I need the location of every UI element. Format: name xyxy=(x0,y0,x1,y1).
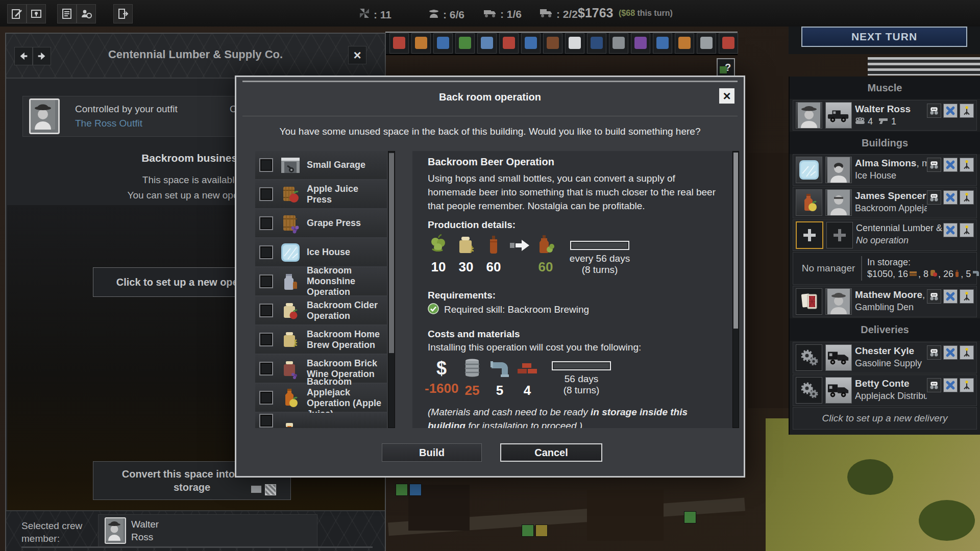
ledger-icon[interactable] xyxy=(57,4,77,23)
vehicle-assign-icon[interactable] xyxy=(943,190,958,205)
check-icon xyxy=(428,303,439,316)
checkbox[interactable] xyxy=(259,391,273,405)
operation-item-small-garage[interactable]: Small Garage xyxy=(255,151,387,179)
beer-icon xyxy=(532,234,559,258)
operations-scrollbar-thumb[interactable] xyxy=(389,153,394,353)
building-button[interactable] xyxy=(697,33,716,54)
operation-item-ice-house[interactable]: Ice House xyxy=(255,238,387,266)
building-button[interactable] xyxy=(587,33,606,54)
building-row-centennial[interactable]: Centennial Lumber & Supply No operation xyxy=(793,219,977,251)
operation-item-applejack[interactable]: Backroom Applejack Operation (Apple Juic… xyxy=(255,384,387,412)
cost-cash: $ -1600 xyxy=(425,357,458,396)
vehicle-assign-icon[interactable] xyxy=(943,223,958,237)
map-badge-pair[interactable] xyxy=(522,524,548,537)
building-button[interactable] xyxy=(653,33,672,54)
chat-icon[interactable] xyxy=(927,289,941,304)
selected-crew-slot[interactable]: Walter Ross xyxy=(98,514,317,547)
operation-item-partial[interactable] xyxy=(255,413,387,428)
operation-item-apple-juice-press[interactable]: Apple Juice Press xyxy=(255,180,387,208)
building-button[interactable] xyxy=(477,33,497,54)
vehicle-assign-icon[interactable] xyxy=(943,345,958,360)
map-badge-pair[interactable] xyxy=(396,484,422,496)
driver-name: Betty Conte xyxy=(855,378,927,389)
add-manager-icon[interactable] xyxy=(826,222,853,248)
vehicle-assign-icon[interactable] xyxy=(943,289,958,304)
locate-on-map-icon[interactable] xyxy=(960,158,974,172)
contacts-icon[interactable] xyxy=(77,4,96,23)
outfit-link[interactable]: The Ross Outfit xyxy=(75,118,178,129)
checkbox[interactable] xyxy=(259,187,273,201)
chat-icon[interactable] xyxy=(927,345,941,360)
storage-box-icon xyxy=(251,485,262,493)
vehicle-assign-icon[interactable] xyxy=(943,104,958,118)
cancel-button[interactable]: Cancel xyxy=(500,443,602,462)
checkbox[interactable] xyxy=(259,274,273,288)
checkbox[interactable] xyxy=(259,158,273,172)
apple-press-icon xyxy=(280,184,301,205)
chat-icon[interactable] xyxy=(927,378,941,392)
chat-icon[interactable] xyxy=(927,158,941,172)
operation-item-moonshine[interactable]: Backroom Moonshine Operation xyxy=(255,267,387,295)
notes-icon[interactable] xyxy=(7,4,27,23)
delivery-row-gasoline[interactable]: Chester Kyle Gasoline Supply xyxy=(793,342,977,373)
building-button[interactable] xyxy=(521,33,541,54)
operation-item-grape-press[interactable]: Grape Press xyxy=(255,209,387,237)
checkbox[interactable] xyxy=(259,414,273,428)
details-scrollbar-thumb[interactable] xyxy=(733,153,738,329)
checkbox[interactable] xyxy=(259,304,273,317)
building-row-ice-house[interactable]: Alma Simons, mngr. Ice House xyxy=(793,154,977,186)
close-icon[interactable]: × xyxy=(348,46,366,64)
locate-on-map-icon[interactable] xyxy=(960,104,974,118)
checkbox[interactable] xyxy=(259,362,273,375)
selected-crew-bar: Selected crew member: Walter Ross xyxy=(6,510,385,551)
delivery-row-applejack[interactable]: Betty Conte Applejack Distribution xyxy=(793,374,977,406)
building-button[interactable] xyxy=(499,33,519,54)
building-button[interactable] xyxy=(389,33,409,54)
chat-icon[interactable] xyxy=(927,190,941,205)
map-help-button[interactable]: ? xyxy=(717,58,735,77)
chat-icon[interactable] xyxy=(927,104,941,118)
locate-on-map-icon[interactable] xyxy=(960,345,974,360)
building-button[interactable] xyxy=(631,33,650,54)
building-button[interactable] xyxy=(565,33,584,54)
muscle-row-walter-ross[interactable]: Walter Ross 4 1 xyxy=(793,100,977,131)
checkbox[interactable] xyxy=(259,333,273,346)
pipe-icon xyxy=(972,269,979,280)
locate-on-map-icon[interactable] xyxy=(960,378,974,392)
materials-note: (Materials and cash need to be ready in … xyxy=(428,405,719,428)
building-button[interactable] xyxy=(609,33,628,54)
checkbox[interactable] xyxy=(259,245,273,259)
building-row-gambling-den[interactable]: Mathew Moore, mngr. Gambling Den xyxy=(793,286,977,317)
building-button[interactable] xyxy=(433,33,453,54)
operation-item-home-brew[interactable]: Backroom Home Brew Operation xyxy=(255,325,387,354)
map-badge-pair[interactable] xyxy=(684,511,696,523)
stat-trucks[interactable]: : 1/6 xyxy=(483,7,522,21)
close-icon[interactable]: × xyxy=(719,88,734,104)
next-turn-button[interactable]: NEXT TURN xyxy=(801,27,967,47)
stat-crew[interactable]: : 6/6 xyxy=(428,7,464,22)
building-button[interactable] xyxy=(719,33,738,54)
vehicle-assign-icon[interactable] xyxy=(943,378,958,392)
operation-item-cider[interactable]: Backroom Cider Operation xyxy=(255,296,387,324)
exit-door-icon[interactable] xyxy=(113,4,133,23)
building-button[interactable] xyxy=(675,33,694,54)
building-row-applejack[interactable]: James Spencer, mngr. Backroom Applejack … xyxy=(793,187,977,218)
new-delivery-button[interactable]: Click to set up a new delivery xyxy=(793,407,977,430)
help-glyph: ? xyxy=(725,62,731,73)
checkbox[interactable] xyxy=(259,216,273,230)
map-marker-icon[interactable] xyxy=(27,4,46,23)
vehicle-assign-icon[interactable] xyxy=(943,158,958,172)
stat-delivery-trucks[interactable]: : 2/2 xyxy=(539,7,578,21)
locate-on-map-icon[interactable] xyxy=(960,223,974,237)
building-name: Ice House xyxy=(855,170,927,181)
locate-on-map-icon[interactable] xyxy=(960,289,974,304)
add-operation-icon[interactable] xyxy=(796,221,823,249)
build-button[interactable]: Build xyxy=(382,443,482,462)
building-button[interactable] xyxy=(543,33,562,54)
locate-on-map-icon[interactable] xyxy=(960,190,974,205)
stat-territory[interactable]: : 11 xyxy=(358,7,391,22)
building-button[interactable] xyxy=(411,33,431,54)
avatar xyxy=(796,102,822,129)
building-button[interactable] xyxy=(455,33,475,54)
map-tree-blob xyxy=(847,459,893,495)
